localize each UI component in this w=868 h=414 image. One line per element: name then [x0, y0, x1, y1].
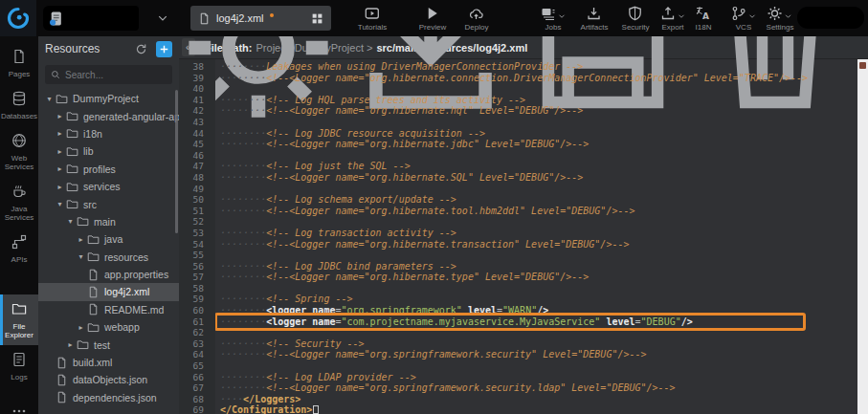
toolbar-button-security[interactable]: Security	[622, 5, 650, 32]
code-line-49[interactable]	[220, 184, 857, 195]
code-line-57[interactable]: ········<!--<Logger name="org.hibernate.…	[220, 272, 857, 283]
code-line-40[interactable]	[220, 83, 857, 95]
sidebar-item-apis[interactable]: APIs	[0, 228, 38, 270]
code-editor[interactable]: 3839404142434445464748495051525354555657…	[179, 59, 868, 414]
tree-item-generated-angular-app[interactable]: ▸generated-angular-app	[38, 107, 179, 124]
tree-item-dependencies-json[interactable]: dependencies.json	[38, 389, 179, 406]
artifacts-icon	[587, 6, 602, 21]
tree-item-webapp[interactable]: ▸webapp	[38, 318, 179, 336]
tree-item-dataobjects-json[interactable]: dataObjects.json	[38, 371, 179, 388]
tree-item-lib[interactable]: ▸lib	[38, 142, 179, 160]
chevron-down-icon[interactable]: ▾	[55, 200, 65, 208]
code-line-48[interactable]: ········<!--<Logger name="org.hibernate.…	[220, 172, 857, 184]
code-line-52[interactable]	[220, 216, 857, 228]
toolbar-button-export[interactable]: Export	[660, 5, 685, 32]
code-line-64[interactable]: ········<!--<Logger name="org.springfram…	[220, 349, 857, 360]
tree-item-main[interactable]: ▾main	[38, 213, 179, 230]
chevron-right-icon[interactable]: ▸	[55, 183, 65, 191]
file-path-bar: « File Path: Project: DummyProject > src…	[179, 36, 868, 59]
tree-item-log4j2-xml[interactable]: log4j2.xml	[38, 283, 179, 300]
sidebar-item-web-services[interactable]: Web Services	[0, 126, 38, 177]
code-line-53[interactable]: ········<!-- Log transaction activity --…	[220, 228, 857, 239]
code-line-39[interactable]: ········<!--<Logger name="org.hibernate.…	[220, 73, 857, 84]
code-line-47[interactable]: ········<!-- Log just the SQL -->	[220, 161, 857, 172]
code-line-62[interactable]	[220, 327, 857, 338]
app-logo[interactable]	[0, 0, 36, 36]
globe-icon	[11, 133, 27, 148]
add-file-button[interactable]	[156, 41, 172, 57]
refresh-icon[interactable]	[135, 43, 147, 55]
code-line-60[interactable]: ········<logger name="org.springframewor…	[220, 305, 857, 316]
toolbar-button-settings[interactable]: Settings	[767, 5, 794, 32]
tree-item-test[interactable]: ▸test	[38, 336, 179, 353]
toolbar-button-vcs[interactable]: VCS	[731, 5, 756, 32]
chevron-right-icon[interactable]: ▸	[55, 147, 65, 156]
code-line-61[interactable]: ········<logger name="com.projectname.my…	[220, 316, 857, 328]
tree-item-java[interactable]: ▸java	[38, 230, 179, 248]
tree-item-profiles[interactable]: ▸profiles	[38, 161, 179, 178]
code-line-69[interactable]: </Configuration>	[220, 404, 857, 414]
sidebar-item-label: Java Services	[0, 205, 38, 222]
code-line-66[interactable]: ········<!-- Log LDAP provider -->	[220, 372, 857, 383]
editor-scrollbar[interactable]	[857, 59, 868, 414]
code-line-38[interactable]: ········Leakages when using DriverManage…	[220, 61, 857, 73]
grid-menu-icon[interactable]	[311, 12, 323, 25]
tree-item-label: test	[94, 339, 110, 351]
project-chevron-down-icon[interactable]	[156, 12, 169, 24]
tree-scrollbar[interactable]	[175, 90, 178, 233]
code-line-43[interactable]	[220, 117, 857, 128]
tree-item-services[interactable]: ▸services	[38, 178, 179, 195]
code-line-67[interactable]: ········<!--<Logger name="org.springfram…	[220, 382, 857, 394]
tree-item-app-properties[interactable]: app.properties	[38, 266, 179, 283]
chevron-right-icon[interactable]: ▸	[55, 164, 65, 173]
line-number: 46	[179, 150, 204, 162]
search-input[interactable]	[65, 70, 167, 80]
tree-search[interactable]	[45, 65, 172, 84]
code-line-65[interactable]	[220, 360, 857, 372]
sidebar-item-item[interactable]	[0, 397, 38, 414]
code-line-68[interactable]: ····</Loggers>	[220, 394, 857, 405]
code-line-56[interactable]: ········<!-- Log JDBC bind parameters --…	[220, 261, 857, 272]
toolbar-button-deploy[interactable]: Deploy	[465, 5, 489, 32]
toolbar-button-tutorials[interactable]: Tutorials	[358, 5, 387, 32]
chevron-right-icon[interactable]: ▸	[55, 129, 65, 138]
code-line-51[interactable]: ········<!--<Logger name="org.hibernate.…	[220, 206, 857, 217]
code-line-50[interactable]: ········<!-- Log schema export/update --…	[220, 194, 857, 206]
tree-item-label: DummyProject	[73, 93, 139, 104]
code-area[interactable]: ········Leakages when using DriverManage…	[215, 59, 857, 414]
chevron-right-icon[interactable]: ▸	[76, 323, 86, 332]
toolbar-button-artifacts[interactable]: Artifacts	[581, 5, 609, 32]
sidebar-item-logs[interactable]: Logs	[0, 345, 38, 387]
sidebar-item-databases[interactable]: Databases	[0, 84, 38, 126]
tree-item-dummyproject[interactable]: ▾DummyProject	[38, 90, 179, 107]
toolbar-button-jobs[interactable]: Jobs	[541, 5, 566, 32]
code-line-46[interactable]	[220, 150, 857, 162]
project-selector[interactable]	[43, 6, 139, 31]
code-line-42[interactable]: ········<!--<Logger name="org.hibernate.…	[220, 105, 857, 117]
tree-item-build-xml[interactable]: build.xml	[38, 354, 179, 371]
code-line-41[interactable]: ········<!-- Log HQL parse trees and its…	[220, 95, 857, 106]
code-line-54[interactable]: ········<!--<Logger name="org.hibernate.…	[220, 239, 857, 251]
chevron-right-icon[interactable]: ▸	[76, 235, 86, 244]
sidebar-item-java-services[interactable]: Java Services	[0, 177, 38, 228]
code-line-45[interactable]: ········<!--<Logger name="org.hibernate.…	[220, 139, 857, 150]
chevron-down-icon[interactable]: ▾	[44, 95, 55, 103]
toolbar-button-i18n[interactable]: AI18N	[696, 5, 712, 32]
sidebar-item-pages[interactable]: Pages	[0, 42, 38, 84]
code-line-58[interactable]	[220, 283, 857, 294]
chevron-down-icon[interactable]: ▾	[76, 252, 86, 261]
code-line-55[interactable]	[220, 250, 857, 261]
chevron-down-icon[interactable]: ▾	[65, 217, 76, 226]
editor-tab-log4j2[interactable]: log4j2.xml	[190, 6, 331, 31]
toolbar-button-preview[interactable]: Preview	[419, 5, 446, 32]
chevron-right-icon[interactable]: ▸	[55, 112, 65, 120]
code-line-59[interactable]: ········<!-- Spring -->	[220, 294, 857, 305]
sidebar-item-file-explorer[interactable]: File Explorer	[0, 294, 38, 345]
tree-item-readme-md[interactable]: README.md	[38, 301, 179, 318]
tree-item-src[interactable]: ▾src	[38, 195, 179, 212]
tree-item-i18n[interactable]: ▸i18n	[38, 125, 179, 142]
tree-item-resources[interactable]: ▾resources	[38, 249, 179, 266]
code-line-44[interactable]: ········<!-- Log JDBC resource acquisiti…	[220, 128, 857, 140]
code-line-63[interactable]: ········<!-- Security -->	[220, 338, 857, 350]
chevron-right-icon[interactable]: ▸	[65, 340, 76, 349]
